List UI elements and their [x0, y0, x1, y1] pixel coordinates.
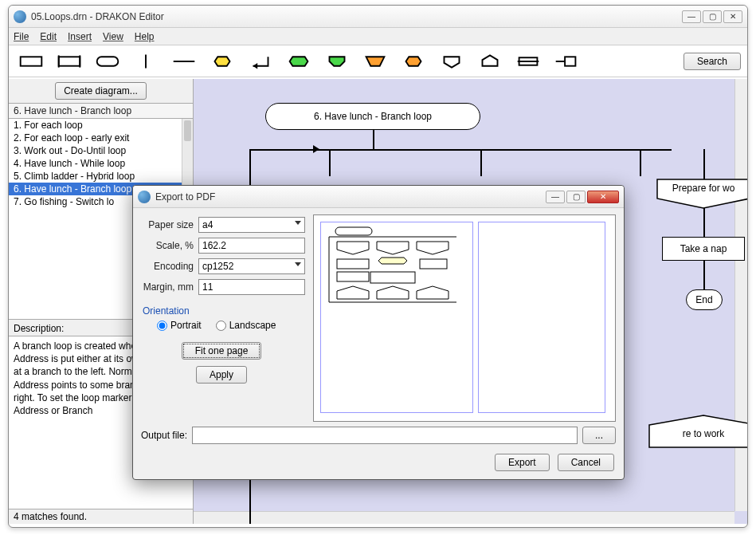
browse-button[interactable]: ...: [582, 427, 616, 444]
list-item[interactable]: 5. Climb ladder - Hybrid loop: [9, 170, 193, 183]
svg-marker-9: [290, 57, 308, 65]
svg-marker-25: [337, 286, 369, 299]
search-button[interactable]: Search: [684, 53, 741, 70]
paper-size-select[interactable]: a4: [198, 217, 305, 233]
menu-view[interactable]: View: [103, 31, 123, 42]
svg-rect-4: [97, 57, 119, 65]
svg-marker-12: [406, 57, 421, 65]
landscape-radio[interactable]: Landscape: [216, 320, 276, 331]
svg-marker-26: [377, 242, 409, 254]
tool-branch-icon[interactable]: [436, 51, 468, 72]
svg-rect-0: [21, 57, 42, 65]
svg-marker-22: [337, 242, 369, 254]
cancel-button[interactable]: Cancel: [558, 454, 614, 471]
svg-rect-23: [337, 259, 369, 269]
output-file-input[interactable]: [192, 427, 578, 444]
svg-marker-32: [417, 286, 449, 299]
window-title: 05.Loops.drn - DRAKON Editor: [31, 11, 682, 22]
apply-button[interactable]: Apply: [196, 366, 247, 384]
encoding-select[interactable]: cp1252: [198, 258, 305, 274]
preview-page-2: [478, 222, 605, 413]
paper-size-label: Paper size: [138, 219, 198, 230]
fit-one-page-button[interactable]: Fit one page: [182, 342, 262, 360]
dialog-titlebar: Export to PDF — ▢ ✕: [133, 186, 624, 208]
minimize-button[interactable]: —: [682, 10, 701, 23]
dialog-maximize-button[interactable]: ▢: [566, 191, 586, 203]
svg-rect-18: [565, 57, 575, 65]
tool-horizontal-icon[interactable]: [168, 51, 200, 72]
menu-edit[interactable]: Edit: [40, 31, 57, 42]
app-icon: [14, 10, 26, 23]
export-pdf-dialog: Export to PDF — ▢ ✕ Paper size a4 Scale,…: [132, 185, 625, 480]
diagram-title-node[interactable]: 6. Have lunch - Branch loop: [265, 103, 480, 130]
list-item[interactable]: 1. For each loop: [9, 119, 193, 132]
dialog-app-icon: [138, 191, 151, 203]
menu-file[interactable]: File: [14, 31, 29, 42]
status-bar: 4 matches found.: [9, 509, 193, 524]
tool-question-icon[interactable]: [206, 51, 238, 72]
canvas-scroll-horizontal[interactable]: [194, 511, 734, 524]
tool-loop-begin-icon[interactable]: [283, 51, 315, 72]
tool-params-icon[interactable]: [550, 51, 582, 72]
svg-rect-31: [420, 259, 447, 269]
scale-label: Scale, %: [138, 240, 198, 251]
svg-marker-10: [330, 57, 345, 65]
portrait-radio[interactable]: Portrait: [157, 320, 202, 331]
tool-address-icon[interactable]: [474, 51, 506, 72]
svg-marker-11: [366, 57, 385, 65]
tool-terminator-icon[interactable]: [92, 51, 123, 72]
end-node[interactable]: End: [686, 289, 723, 310]
list-item[interactable]: 3. Work out - Do-Until loop: [9, 144, 193, 157]
tool-vertical-icon[interactable]: [130, 51, 162, 72]
svg-rect-24: [337, 272, 369, 281]
tool-action-icon[interactable]: [15, 51, 47, 72]
close-button[interactable]: ✕: [723, 10, 742, 23]
tool-loop-end-icon[interactable]: [321, 51, 353, 72]
tool-insertion-icon[interactable]: [53, 51, 85, 72]
encoding-label: Encoding: [138, 261, 198, 272]
svg-marker-27: [378, 258, 407, 264]
list-item[interactable]: 2. For each loop - early exit: [9, 132, 193, 144]
tool-case-icon[interactable]: [359, 51, 391, 72]
dropdown-caret-icon: [295, 221, 301, 225]
dropdown-caret-icon: [295, 262, 301, 266]
scale-input[interactable]: 162.2: [198, 238, 305, 254]
svg-rect-28: [370, 272, 415, 283]
export-button[interactable]: Export: [495, 454, 550, 471]
menu-insert[interactable]: Insert: [68, 31, 92, 42]
svg-marker-14: [483, 55, 498, 65]
create-diagram-button[interactable]: Create diagram...: [55, 82, 147, 100]
action-take-nap[interactable]: Take a nap: [662, 237, 745, 261]
svg-marker-8: [253, 62, 258, 69]
output-file-label: Output file:: [141, 430, 187, 441]
preview-page-1: [320, 222, 473, 413]
toolbar: Search: [9, 45, 747, 77]
svg-rect-1: [59, 57, 80, 65]
svg-marker-7: [215, 57, 230, 65]
margin-input[interactable]: 11: [198, 279, 305, 295]
dialog-close-button[interactable]: ✕: [587, 191, 619, 203]
diagram-header: 6. Have lunch - Branch loop: [9, 103, 193, 119]
svg-marker-13: [445, 57, 460, 67]
svg-marker-30: [417, 242, 449, 254]
menubar: File Edit Insert View Help: [9, 28, 747, 45]
svg-marker-29: [377, 286, 409, 299]
menu-help[interactable]: Help: [135, 31, 155, 42]
tool-shelf-icon[interactable]: [512, 51, 544, 72]
pdf-preview: [313, 214, 616, 422]
branch-node-prepare-label: Prepare for wo: [660, 183, 746, 194]
list-item[interactable]: 4. Have lunch - While loop: [9, 157, 193, 170]
tool-select-icon[interactable]: [398, 51, 429, 72]
dialog-title: Export to PDF: [155, 191, 546, 203]
maximize-button[interactable]: ▢: [703, 10, 722, 23]
margin-label: Margin, mm: [138, 281, 198, 293]
tool-arrow-icon[interactable]: [245, 51, 276, 72]
dialog-minimize-button[interactable]: —: [546, 191, 565, 203]
svg-rect-21: [335, 227, 372, 235]
orientation-label: Orientation: [143, 305, 300, 317]
main-titlebar: 05.Loops.drn - DRAKON Editor — ▢ ✕: [9, 6, 747, 28]
address-node-return-label: re to work: [652, 428, 747, 439]
